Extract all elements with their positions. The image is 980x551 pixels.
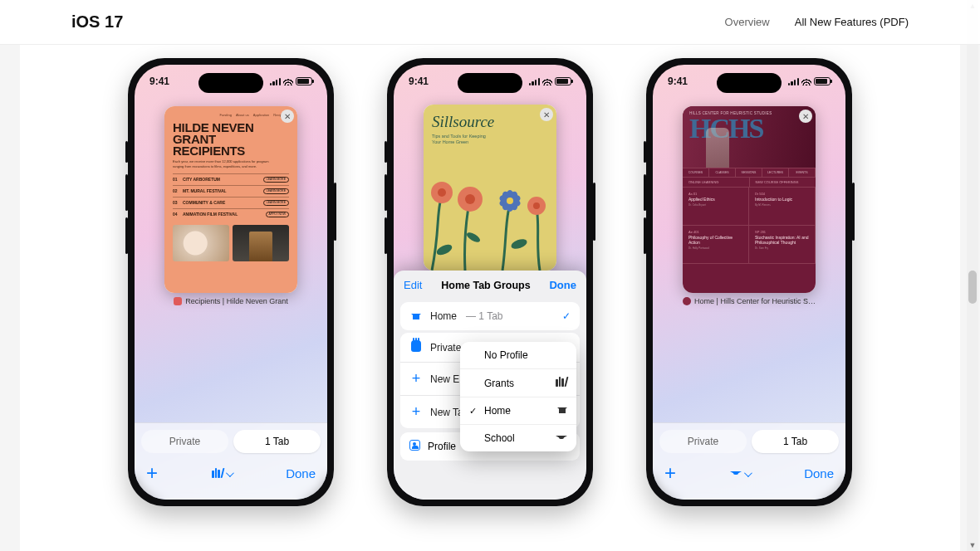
edit-button[interactable]: Edit bbox=[404, 279, 422, 291]
cellular-icon bbox=[270, 77, 281, 85]
graduation-icon bbox=[730, 469, 742, 477]
done-button[interactable]: Done bbox=[549, 279, 576, 291]
profile-option-home[interactable]: Home bbox=[460, 397, 576, 424]
private-pill[interactable]: Private bbox=[141, 430, 228, 453]
safari-bottom-bar: Private 1 Tab Done bbox=[653, 422, 845, 500]
profile-option-school[interactable]: School bbox=[460, 424, 576, 451]
wifi-icon bbox=[801, 78, 811, 85]
profile-option-grants[interactable]: Grants bbox=[460, 368, 576, 397]
group-item-home[interactable]: Home — 1 Tab bbox=[400, 302, 580, 330]
safari-tab-card[interactable]: ✕ HILLS CENTER FOR HEURISTIC STUDIES HCH… bbox=[683, 106, 816, 293]
svg-point-4 bbox=[438, 188, 446, 197]
scroll-down-arrow[interactable]: ▼ bbox=[967, 539, 978, 551]
profile-icon bbox=[409, 440, 420, 453]
home-icon bbox=[409, 310, 423, 323]
favicon bbox=[683, 297, 691, 305]
page-scrollbar[interactable]: ▲ ▼ bbox=[967, 0, 978, 551]
safari-tab-card[interactable]: ✕ Sillsource Tips and Tools for Keeping … bbox=[424, 105, 556, 271]
tab-preview: Sillsource Tips and Tools for Keeping Yo… bbox=[424, 105, 556, 271]
profile-option-none[interactable]: No Profile bbox=[460, 342, 576, 368]
profile-switcher[interactable] bbox=[212, 466, 232, 480]
hero-stage: 9:41 ✕ Funding About us Application Reci… bbox=[20, 45, 960, 551]
close-tab-button[interactable]: ✕ bbox=[281, 110, 294, 123]
page-header: iOS 17 Overview All New Features (PDF) bbox=[0, 0, 980, 45]
header-nav: Overview All New Features (PDF) bbox=[725, 16, 909, 28]
plus-icon bbox=[409, 370, 423, 388]
cellular-icon bbox=[529, 77, 540, 85]
dynamic-island bbox=[458, 73, 522, 93]
svg-point-14 bbox=[533, 202, 540, 209]
dynamic-island bbox=[717, 73, 782, 93]
done-button[interactable]: Done bbox=[286, 466, 316, 480]
hand-icon bbox=[409, 340, 423, 354]
graduation-icon bbox=[556, 432, 567, 444]
statue-image bbox=[706, 128, 729, 168]
safari-tab-card[interactable]: ✕ Funding About us Application Recipient… bbox=[164, 106, 297, 293]
checkmark-icon bbox=[562, 310, 571, 322]
safari-bottom-bar: Private 1 Tab Done bbox=[135, 422, 327, 500]
wifi-icon bbox=[542, 78, 552, 85]
battery-icon bbox=[555, 77, 571, 85]
new-tab-button[interactable] bbox=[146, 461, 158, 485]
favicon bbox=[174, 297, 182, 305]
chevron-down-icon bbox=[744, 466, 750, 480]
tab-preview: HILLS CENTER FOR HEURISTIC STUDIES HCHS … bbox=[683, 106, 816, 293]
chevron-down-icon bbox=[226, 466, 232, 480]
profile-switcher[interactable] bbox=[730, 466, 750, 480]
tab-preview: Funding About us Application Recipients … bbox=[164, 106, 297, 293]
nav-overview[interactable]: Overview bbox=[725, 16, 770, 28]
status-time: 9:41 bbox=[409, 76, 429, 87]
checkmark-icon bbox=[469, 406, 479, 417]
phone-1: 9:41 ✕ Funding About us Application Reci… bbox=[128, 58, 334, 506]
svg-point-2 bbox=[510, 237, 528, 251]
phone-3: 9:41 ✕ HILLS CENTER FOR HEURISTIC STUDIE… bbox=[646, 58, 852, 506]
close-tab-button[interactable]: ✕ bbox=[540, 108, 553, 121]
wifi-icon bbox=[283, 78, 293, 85]
group-list: Home — 1 Tab bbox=[400, 302, 580, 330]
svg-point-1 bbox=[465, 231, 482, 244]
home-icon bbox=[557, 405, 567, 417]
page-title: iOS 17 bbox=[71, 12, 123, 32]
phone-2: 9:41 ✕ Sillsource Tips and Tools for Kee… bbox=[387, 58, 593, 506]
status-time: 9:41 bbox=[149, 76, 169, 87]
svg-point-12 bbox=[507, 197, 513, 204]
plus-icon bbox=[409, 403, 423, 421]
sheet-title: Home Tab Groups bbox=[441, 280, 530, 291]
dynamic-island bbox=[198, 73, 263, 93]
private-pill[interactable]: Private bbox=[659, 430, 747, 453]
scroll-thumb[interactable] bbox=[968, 271, 977, 304]
status-time: 9:41 bbox=[668, 76, 688, 87]
tab-label: Home | Hills Center for Heuristic S… bbox=[653, 297, 845, 305]
battery-icon bbox=[296, 77, 312, 85]
battery-icon bbox=[814, 77, 831, 85]
tab-label: Recipients | Hilde Neven Grant bbox=[135, 297, 327, 305]
books-icon bbox=[556, 377, 567, 389]
done-button[interactable]: Done bbox=[804, 466, 834, 480]
profile-popover: No Profile Grants Home School bbox=[460, 342, 576, 451]
close-tab-button[interactable]: ✕ bbox=[799, 110, 812, 123]
svg-point-6 bbox=[465, 194, 475, 204]
tab-count-pill[interactable]: 1 Tab bbox=[233, 430, 321, 453]
flower-illustration bbox=[424, 171, 556, 271]
books-icon bbox=[212, 468, 223, 478]
svg-point-0 bbox=[435, 242, 453, 257]
cellular-icon bbox=[788, 77, 799, 85]
tab-count-pill[interactable]: 1 Tab bbox=[752, 430, 839, 453]
nav-features-pdf[interactable]: All New Features (PDF) bbox=[795, 16, 909, 28]
new-tab-button[interactable] bbox=[664, 461, 676, 485]
